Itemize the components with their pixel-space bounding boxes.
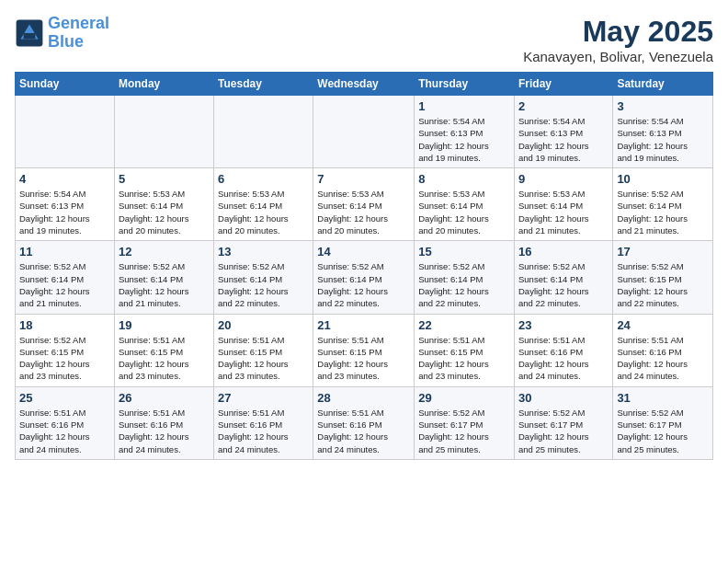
calendar-cell: 5Sunrise: 5:53 AM Sunset: 6:14 PM Daylig… (114, 168, 213, 241)
calendar-table: SundayMondayTuesdayWednesdayThursdayFrid… (15, 72, 713, 460)
calendar-cell: 3Sunrise: 5:54 AM Sunset: 6:13 PM Daylig… (613, 96, 713, 168)
weekday-header-friday: Friday (514, 73, 612, 96)
day-info: Sunrise: 5:53 AM Sunset: 6:14 PM Dayligh… (119, 188, 210, 236)
day-info: Sunrise: 5:54 AM Sunset: 6:13 PM Dayligh… (19, 188, 110, 236)
day-number: 20 (218, 318, 309, 332)
day-number: 28 (317, 391, 410, 405)
calendar-cell: 16Sunrise: 5:52 AM Sunset: 6:14 PM Dayli… (514, 241, 612, 314)
calendar-week-row: 4Sunrise: 5:54 AM Sunset: 6:13 PM Daylig… (16, 168, 713, 241)
day-info: Sunrise: 5:52 AM Sunset: 6:14 PM Dayligh… (617, 188, 709, 236)
day-number: 14 (317, 245, 410, 259)
day-number: 1 (418, 99, 510, 113)
calendar-cell: 18Sunrise: 5:52 AM Sunset: 6:15 PM Dayli… (16, 314, 115, 386)
day-info: Sunrise: 5:52 AM Sunset: 6:14 PM Dayligh… (418, 260, 510, 309)
day-info: Sunrise: 5:52 AM Sunset: 6:14 PM Dayligh… (218, 260, 309, 309)
day-number: 23 (518, 318, 609, 332)
calendar-cell: 15Sunrise: 5:52 AM Sunset: 6:14 PM Dayli… (415, 241, 515, 314)
day-info: Sunrise: 5:52 AM Sunset: 6:14 PM Dayligh… (317, 260, 410, 309)
day-info: Sunrise: 5:51 AM Sunset: 6:15 PM Dayligh… (317, 334, 410, 383)
day-number: 16 (518, 245, 609, 259)
day-info: Sunrise: 5:52 AM Sunset: 6:14 PM Dayligh… (518, 260, 609, 309)
day-number: 31 (617, 391, 709, 405)
calendar-cell: 8Sunrise: 5:53 AM Sunset: 6:14 PM Daylig… (415, 168, 515, 241)
day-info: Sunrise: 5:52 AM Sunset: 6:15 PM Dayligh… (19, 334, 110, 383)
calendar-cell: 19Sunrise: 5:51 AM Sunset: 6:15 PM Dayli… (114, 314, 213, 386)
day-info: Sunrise: 5:51 AM Sunset: 6:16 PM Dayligh… (518, 334, 609, 383)
day-number: 2 (518, 99, 609, 113)
day-number: 12 (119, 245, 210, 259)
calendar-cell: 21Sunrise: 5:51 AM Sunset: 6:15 PM Dayli… (313, 314, 415, 386)
day-number: 10 (617, 172, 709, 186)
calendar-cell (114, 96, 213, 168)
day-number: 27 (218, 391, 309, 405)
day-info: Sunrise: 5:51 AM Sunset: 6:16 PM Dayligh… (317, 407, 410, 455)
day-number: 24 (617, 318, 709, 332)
calendar-cell: 2Sunrise: 5:54 AM Sunset: 6:13 PM Daylig… (514, 96, 612, 168)
location: Kanavayen, Bolivar, Venezuela (523, 49, 713, 64)
calendar-cell: 31Sunrise: 5:52 AM Sunset: 6:17 PM Dayli… (613, 386, 713, 459)
day-info: Sunrise: 5:51 AM Sunset: 6:16 PM Dayligh… (119, 407, 210, 455)
day-number: 13 (218, 245, 309, 259)
day-number: 9 (518, 172, 609, 186)
title-area: May 2025 Kanavayen, Bolivar, Venezuela (523, 15, 713, 64)
calendar-week-row: 18Sunrise: 5:52 AM Sunset: 6:15 PM Dayli… (16, 314, 713, 386)
page-header: General Blue May 2025 Kanavayen, Bolivar… (15, 15, 713, 64)
day-info: Sunrise: 5:51 AM Sunset: 6:15 PM Dayligh… (218, 334, 309, 383)
day-number: 3 (617, 99, 709, 113)
day-info: Sunrise: 5:52 AM Sunset: 6:14 PM Dayligh… (119, 260, 210, 309)
day-number: 4 (19, 172, 110, 186)
weekday-header-sunday: Sunday (16, 73, 115, 96)
day-info: Sunrise: 5:54 AM Sunset: 6:13 PM Dayligh… (617, 115, 709, 164)
calendar-cell: 29Sunrise: 5:52 AM Sunset: 6:17 PM Dayli… (415, 386, 515, 459)
day-info: Sunrise: 5:53 AM Sunset: 6:14 PM Dayligh… (317, 188, 410, 236)
day-info: Sunrise: 5:53 AM Sunset: 6:14 PM Dayligh… (518, 188, 609, 236)
day-number: 26 (119, 391, 210, 405)
day-info: Sunrise: 5:51 AM Sunset: 6:15 PM Dayligh… (119, 334, 210, 383)
weekday-header-monday: Monday (114, 73, 213, 96)
day-number: 25 (19, 391, 110, 405)
day-info: Sunrise: 5:52 AM Sunset: 6:17 PM Dayligh… (418, 407, 510, 455)
weekday-header-thursday: Thursday (415, 73, 515, 96)
calendar-cell: 14Sunrise: 5:52 AM Sunset: 6:14 PM Dayli… (313, 241, 415, 314)
logo: General Blue (15, 15, 109, 52)
calendar-cell (214, 96, 313, 168)
day-info: Sunrise: 5:52 AM Sunset: 6:15 PM Dayligh… (617, 260, 709, 309)
day-info: Sunrise: 5:52 AM Sunset: 6:14 PM Dayligh… (19, 260, 110, 309)
logo-text: General Blue (48, 15, 109, 52)
weekday-header-row: SundayMondayTuesdayWednesdayThursdayFrid… (16, 73, 713, 96)
day-number: 22 (418, 318, 510, 332)
day-info: Sunrise: 5:54 AM Sunset: 6:13 PM Dayligh… (518, 115, 609, 164)
calendar-cell: 17Sunrise: 5:52 AM Sunset: 6:15 PM Dayli… (613, 241, 713, 314)
svg-rect-2 (24, 33, 36, 39)
day-info: Sunrise: 5:51 AM Sunset: 6:15 PM Dayligh… (418, 334, 510, 383)
calendar-cell: 6Sunrise: 5:53 AM Sunset: 6:14 PM Daylig… (214, 168, 313, 241)
day-number: 7 (317, 172, 410, 186)
calendar-week-row: 25Sunrise: 5:51 AM Sunset: 6:16 PM Dayli… (16, 386, 713, 459)
calendar-cell: 20Sunrise: 5:51 AM Sunset: 6:15 PM Dayli… (214, 314, 313, 386)
calendar-cell: 12Sunrise: 5:52 AM Sunset: 6:14 PM Dayli… (114, 241, 213, 314)
day-info: Sunrise: 5:51 AM Sunset: 6:16 PM Dayligh… (19, 407, 110, 455)
day-info: Sunrise: 5:54 AM Sunset: 6:13 PM Dayligh… (418, 115, 510, 164)
calendar-cell: 27Sunrise: 5:51 AM Sunset: 6:16 PM Dayli… (214, 386, 313, 459)
calendar-cell: 30Sunrise: 5:52 AM Sunset: 6:17 PM Dayli… (514, 386, 612, 459)
calendar-cell: 10Sunrise: 5:52 AM Sunset: 6:14 PM Dayli… (613, 168, 713, 241)
day-number: 6 (218, 172, 309, 186)
day-info: Sunrise: 5:53 AM Sunset: 6:14 PM Dayligh… (218, 188, 309, 236)
day-info: Sunrise: 5:51 AM Sunset: 6:16 PM Dayligh… (218, 407, 309, 455)
calendar-week-row: 1Sunrise: 5:54 AM Sunset: 6:13 PM Daylig… (16, 96, 713, 168)
day-number: 18 (19, 318, 110, 332)
calendar-cell: 25Sunrise: 5:51 AM Sunset: 6:16 PM Dayli… (16, 386, 115, 459)
weekday-header-wednesday: Wednesday (313, 73, 415, 96)
day-number: 17 (617, 245, 709, 259)
month-title: May 2025 (523, 15, 713, 49)
calendar-cell: 9Sunrise: 5:53 AM Sunset: 6:14 PM Daylig… (514, 168, 612, 241)
day-number: 19 (119, 318, 210, 332)
day-number: 21 (317, 318, 410, 332)
calendar-cell: 22Sunrise: 5:51 AM Sunset: 6:15 PM Dayli… (415, 314, 515, 386)
calendar-cell: 1Sunrise: 5:54 AM Sunset: 6:13 PM Daylig… (415, 96, 515, 168)
calendar-cell (313, 96, 415, 168)
weekday-header-saturday: Saturday (613, 73, 713, 96)
day-number: 8 (418, 172, 510, 186)
calendar-cell: 4Sunrise: 5:54 AM Sunset: 6:13 PM Daylig… (16, 168, 115, 241)
calendar-cell: 26Sunrise: 5:51 AM Sunset: 6:16 PM Dayli… (114, 386, 213, 459)
